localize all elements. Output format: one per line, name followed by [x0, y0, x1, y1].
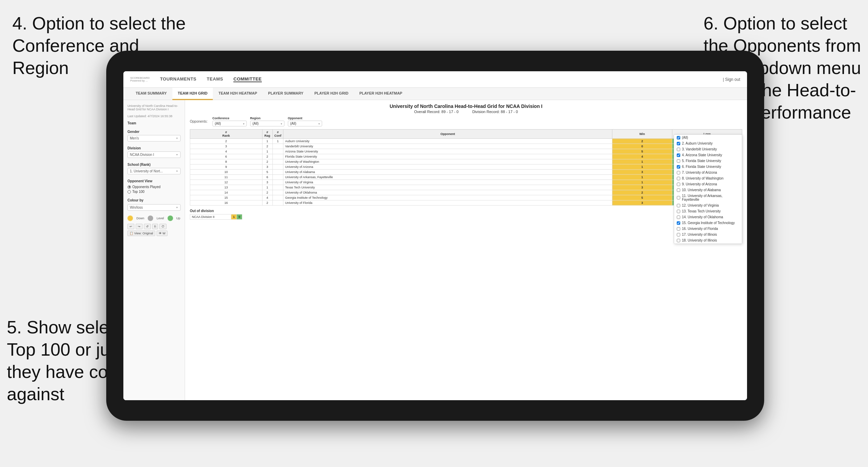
dropdown-checkbox[interactable]: [677, 159, 680, 163]
cell-conf: 1: [272, 139, 283, 144]
view-original[interactable]: 📋 View: Original: [127, 231, 155, 236]
dropdown-item-label: 5. Florida State University: [682, 159, 721, 163]
dropdown-checkbox[interactable]: [677, 153, 680, 157]
conference-select[interactable]: (All): [212, 121, 247, 126]
dropdown-item[interactable]: 12. University of Virginia: [674, 202, 742, 208]
dropdown-item[interactable]: 7. University of Arizona: [674, 170, 742, 175]
region-select-wrap: (All): [250, 121, 284, 126]
colour-select[interactable]: Win/loss: [127, 204, 181, 211]
dropdown-checkbox[interactable]: [677, 171, 680, 174]
cell-rank: 10: [190, 170, 262, 175]
opponent-dropdown[interactable]: (All)2. Auburn University3. Vanderbilt U…: [674, 134, 742, 244]
dropdown-item[interactable]: (All): [674, 135, 742, 140]
sidebar-division-section: Division NCAA Division I: [127, 146, 181, 158]
sidebar-division-select[interactable]: NCAA Division I: [127, 151, 181, 158]
cell-rag: 6: [262, 175, 272, 180]
region-filter-group: Region (All): [250, 116, 284, 126]
dropdown-checkbox[interactable]: [677, 142, 680, 145]
cell-rank: 8: [190, 159, 262, 164]
grid-title: University of North Carolina Head-to-Hea…: [190, 103, 742, 109]
sidebar-division-label: Division: [127, 146, 181, 150]
subnav-team-h2h-heatmap[interactable]: TEAM H2H HEATMAP: [213, 88, 262, 100]
legend-down-label: Down: [136, 217, 144, 220]
dropdown-checkbox[interactable]: [677, 177, 680, 180]
dropdown-item[interactable]: 2. Auburn University: [674, 140, 742, 146]
cell-opponent: Auburn University: [283, 139, 612, 144]
subnav-player-h2h-heatmap[interactable]: PLAYER H2H HEATMAP: [354, 88, 408, 100]
table-row: 8 2 University of Washington 1 0: [190, 159, 742, 164]
cell-conf: [272, 170, 283, 175]
dropdown-checkbox[interactable]: [677, 196, 680, 199]
dropdown-checkbox[interactable]: [677, 233, 680, 236]
dropdown-item[interactable]: 8. University of Washington: [674, 175, 742, 181]
sidebar-school-select[interactable]: 1. University of Nort...: [127, 168, 181, 174]
dropdown-item[interactable]: 11. University of Arkansas, Fayetteville: [674, 193, 742, 202]
dropdown-checkbox[interactable]: [677, 136, 680, 139]
table-row: 3 2 Vanderbilt University 0 4: [190, 144, 742, 149]
dropdown-checkbox[interactable]: [677, 216, 680, 219]
dropdown-item-label: 11. University of Arkansas, Fayetteville: [682, 194, 739, 201]
subnav-team-h2h-grid[interactable]: TEAM H2H GRID: [172, 88, 213, 100]
dropdown-item[interactable]: 15. Georgia Institute of Technology: [674, 220, 742, 226]
dropdown-item[interactable]: 5. Florida State University: [674, 158, 742, 164]
dropdown-checkbox[interactable]: [677, 204, 680, 207]
table-row: 16 2 University of Florida 3 1: [190, 200, 742, 206]
dropdown-item-label: 15. Georgia Institute of Technology: [682, 221, 735, 225]
subnav-player-summary[interactable]: PLAYER SUMMARY: [262, 88, 309, 100]
subnav-team-summary[interactable]: TEAM SUMMARY: [130, 88, 172, 100]
dropdown-item[interactable]: 9. University of Arizona: [674, 181, 742, 187]
sidebar-gender-section: Gender Men's: [127, 130, 181, 142]
nav-teams[interactable]: TEAMS: [207, 76, 223, 82]
conference-select-wrap: (All): [212, 121, 247, 126]
dropdown-checkbox[interactable]: [677, 210, 680, 213]
dropdown-item-label: 12. University of Virginia: [682, 204, 719, 207]
cell-rag: 4: [262, 195, 272, 200]
sidebar-gender-select[interactable]: Men's: [127, 135, 181, 142]
opponent-select[interactable]: (All): [288, 121, 322, 126]
toolbar-time[interactable]: ⏱: [159, 224, 167, 229]
cell-rag: 1: [262, 139, 272, 144]
cell-conf: [272, 175, 283, 180]
toolbar-undo[interactable]: ↩: [127, 224, 134, 229]
cell-conf: [272, 195, 283, 200]
table-row: 11 6 University of Arkansas, Fayettevill…: [190, 175, 742, 180]
dropdown-item[interactable]: 16. University of Florida: [674, 226, 742, 232]
dropdown-checkbox[interactable]: [677, 148, 680, 151]
nav-signout[interactable]: | Sign out: [723, 77, 740, 82]
dropdown-item[interactable]: 17. University of Illinois: [674, 232, 742, 237]
dropdown-item[interactable]: 10. University of Alabama: [674, 187, 742, 193]
subnav-player-h2h-grid[interactable]: PLAYER H2H GRID: [309, 88, 354, 100]
nav-tournaments[interactable]: TOURNAMENTS: [160, 76, 196, 82]
dropdown-item[interactable]: 14. University of Oklahoma: [674, 214, 742, 220]
radio-opponents-played[interactable]: Opponents Played: [127, 185, 181, 189]
nav-committee[interactable]: COMMITTEE: [233, 76, 262, 82]
region-select[interactable]: (All): [250, 121, 284, 126]
cell-conf: [272, 164, 283, 170]
ood-win: 1: [231, 214, 237, 220]
dropdown-item[interactable]: 18. University of Illinois: [674, 237, 742, 243]
dropdown-item[interactable]: 6. Florida State University: [674, 164, 742, 170]
dropdown-checkbox[interactable]: [677, 221, 680, 225]
cell-opponent: University of Alabama: [283, 170, 612, 175]
cell-opponent: University of Washington: [283, 159, 612, 164]
toolbar-redo[interactable]: ↪: [136, 224, 143, 229]
radio-label-2: Top 100: [132, 190, 145, 194]
sidebar-team-label: Team: [127, 121, 181, 125]
toolbar-eye[interactable]: 👁 W: [157, 231, 168, 236]
dropdown-checkbox[interactable]: [677, 165, 680, 169]
cell-win: 3: [612, 170, 672, 175]
dropdown-checkbox[interactable]: [677, 227, 680, 231]
radio-top100[interactable]: Top 100: [127, 190, 181, 194]
col-rag: #Rag: [262, 130, 272, 139]
cell-win: 4: [612, 154, 672, 159]
dropdown-item[interactable]: 4. Arizona State University: [674, 152, 742, 158]
opponent-select-wrap: (All): [288, 121, 322, 126]
dropdown-item[interactable]: 3. Vanderbilt University: [674, 146, 742, 152]
toolbar-copy[interactable]: ⎘: [152, 224, 158, 229]
dropdown-checkbox[interactable]: [677, 239, 680, 242]
toolbar-refresh[interactable]: ↺: [144, 224, 151, 229]
dropdown-item[interactable]: 19. University of Illinois: [674, 243, 742, 244]
dropdown-item[interactable]: 13. Texas Tech University: [674, 208, 742, 214]
dropdown-checkbox[interactable]: [677, 188, 680, 192]
dropdown-checkbox[interactable]: [677, 183, 680, 186]
